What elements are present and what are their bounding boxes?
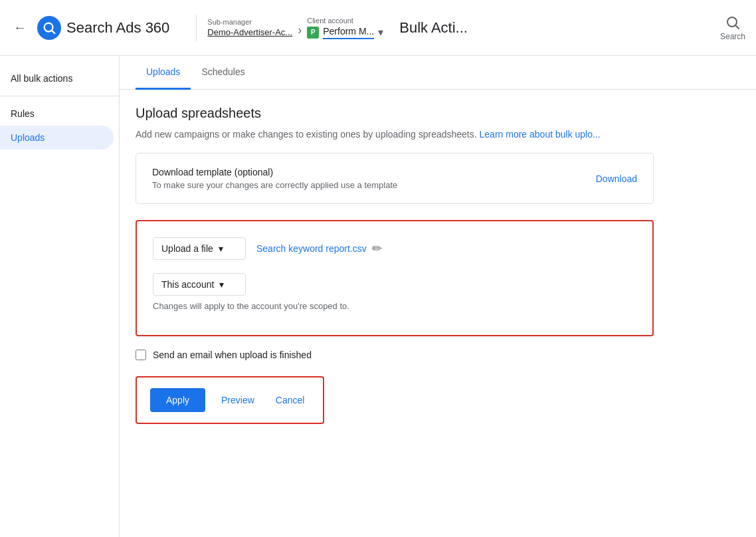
sub-manager-breadcrumb: Sub-manager Demo-Advertiser-Ac... <box>207 18 292 37</box>
client-breadcrumb: Client account P Perform M... ▾ <box>307 17 383 39</box>
tabs-bar: Uploads Schedules <box>120 56 756 90</box>
sub-manager-label: Sub-manager <box>207 18 292 26</box>
download-button[interactable]: Download <box>596 173 637 184</box>
sub-manager-value: Demo-Advertiser-Ac... <box>207 27 292 37</box>
template-title: Download template (optional) <box>152 167 397 177</box>
template-desc: To make sure your changes are correctly … <box>152 180 397 190</box>
search-label: Search <box>720 32 745 41</box>
cancel-button[interactable]: Cancel <box>270 388 310 412</box>
learn-more-link[interactable]: Learn more about bulk uplo... <box>480 129 601 140</box>
apply-button[interactable]: Apply <box>150 388 205 412</box>
breadcrumb: Sub-manager Demo-Advertiser-Ac... › Clie… <box>207 17 383 39</box>
layout: All bulk actions Rules Uploads Uploads S… <box>0 56 756 537</box>
app-name: Search Ads 360 <box>66 19 169 37</box>
edit-icon[interactable]: ✏ <box>372 241 382 256</box>
client-dropdown-arrow[interactable]: ▾ <box>378 26 383 39</box>
app-logo: Search Ads 360 <box>37 16 169 40</box>
breadcrumb-arrow: › <box>298 23 302 37</box>
tab-uploads[interactable]: Uploads <box>136 56 191 90</box>
sidebar-item-uploads[interactable]: Uploads <box>0 126 114 150</box>
client-value[interactable]: Perform M... <box>323 26 374 39</box>
sidebar-item-all-bulk-actions[interactable]: All bulk actions <box>0 66 114 90</box>
client-icon: P <box>307 27 319 39</box>
sidebar-divider <box>0 96 119 96</box>
upload-file-label: Upload a file <box>161 243 213 254</box>
main-content: Uploads Schedules Upload spreadsheets Ad… <box>120 56 756 537</box>
client-row: P Perform M... ▾ <box>307 26 383 39</box>
email-row: Send an email when upload is finished <box>136 350 654 360</box>
account-hint: Changes will apply to the account you're… <box>153 301 636 311</box>
account-dropdown[interactable]: This account ▾ <box>153 273 246 296</box>
email-label: Send an email when upload is finished <box>153 350 312 360</box>
action-box: Apply Preview Cancel <box>136 376 324 424</box>
file-name-display: Search keyword report.csv ✏ <box>256 241 382 256</box>
account-row: This account ▾ Changes will apply to the… <box>153 273 636 311</box>
back-button[interactable]: ← <box>11 17 29 38</box>
search-button[interactable]: Search <box>720 15 745 41</box>
svg-line-3 <box>735 25 739 29</box>
account-label: This account <box>161 279 214 290</box>
preview-button[interactable]: Preview <box>216 388 260 412</box>
page-title: Bulk Acti... <box>399 19 709 37</box>
email-checkbox[interactable] <box>136 350 146 360</box>
header: ← Search Ads 360 Sub-manager Demo-Advert… <box>0 0 756 56</box>
upload-file-row: Upload a file ▾ Search keyword report.cs… <box>153 237 636 260</box>
account-arrow: ▾ <box>219 279 224 290</box>
template-box-text: Download template (optional) To make sur… <box>152 167 397 190</box>
logo-icon <box>37 16 61 40</box>
tab-schedules[interactable]: Schedules <box>191 56 255 90</box>
client-label: Client account <box>307 17 383 25</box>
svg-line-1 <box>52 30 55 33</box>
content-area: Upload spreadsheets Add new campaigns or… <box>120 90 756 440</box>
sidebar: All bulk actions Rules Uploads <box>0 56 120 537</box>
template-box: Download template (optional) To make sur… <box>136 153 654 204</box>
page-description: Add new campaigns or make changes to exi… <box>136 129 740 140</box>
header-divider <box>196 15 197 41</box>
upload-spreadsheets-title: Upload spreadsheets <box>136 106 740 121</box>
sidebar-item-rules[interactable]: Rules <box>0 102 114 126</box>
upload-file-arrow: ▾ <box>219 243 223 254</box>
upload-box: Upload a file ▾ Search keyword report.cs… <box>136 220 654 336</box>
upload-file-dropdown[interactable]: Upload a file ▾ <box>153 237 246 260</box>
file-name-text: Search keyword report.csv <box>256 243 367 254</box>
